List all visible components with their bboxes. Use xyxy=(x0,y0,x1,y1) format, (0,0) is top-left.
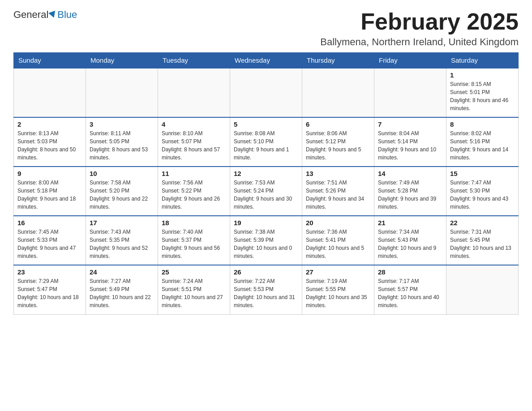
day-info: Sunrise: 8:13 AMSunset: 5:03 PMDaylight:… xyxy=(17,129,82,162)
day-info: Sunrise: 7:17 AMSunset: 5:57 PMDaylight:… xyxy=(378,277,442,309)
calendar-cell xyxy=(86,68,158,117)
day-info: Sunrise: 7:40 AMSunset: 5:37 PMDaylight:… xyxy=(162,228,226,260)
weekday-header-row: SundayMondayTuesdayWednesdayThursdayFrid… xyxy=(14,53,519,68)
day-info: Sunrise: 7:36 AMSunset: 5:41 PMDaylight:… xyxy=(306,228,370,260)
calendar: SundayMondayTuesdayWednesdayThursdayFrid… xyxy=(13,52,519,315)
weekday-header-wednesday: Wednesday xyxy=(230,53,302,68)
logo: General Blue xyxy=(13,9,77,21)
calendar-cell: 3Sunrise: 8:11 AMSunset: 5:05 PMDaylight… xyxy=(86,117,158,167)
calendar-cell: 2Sunrise: 8:13 AMSunset: 5:03 PMDaylight… xyxy=(14,117,86,167)
logo-triangle-icon xyxy=(48,11,57,19)
calendar-cell: 20Sunrise: 7:36 AMSunset: 5:41 PMDayligh… xyxy=(302,216,374,265)
calendar-cell: 18Sunrise: 7:40 AMSunset: 5:37 PMDayligh… xyxy=(158,216,230,265)
weekday-header-monday: Monday xyxy=(86,53,158,68)
calendar-cell: 4Sunrise: 8:10 AMSunset: 5:07 PMDaylight… xyxy=(158,117,230,167)
month-title: February 2025 xyxy=(320,9,519,34)
day-number: 1 xyxy=(450,71,515,79)
day-number: 11 xyxy=(162,170,226,177)
calendar-cell: 23Sunrise: 7:29 AMSunset: 5:47 PMDayligh… xyxy=(14,265,86,314)
calendar-cell xyxy=(302,68,374,117)
day-info: Sunrise: 7:43 AMSunset: 5:35 PMDaylight:… xyxy=(90,228,154,260)
calendar-cell: 25Sunrise: 7:24 AMSunset: 5:51 PMDayligh… xyxy=(158,265,230,314)
day-number: 19 xyxy=(234,219,298,227)
day-info: Sunrise: 7:27 AMSunset: 5:49 PMDaylight:… xyxy=(90,277,154,309)
day-info: Sunrise: 7:22 AMSunset: 5:53 PMDaylight:… xyxy=(234,277,298,309)
day-info: Sunrise: 7:24 AMSunset: 5:51 PMDaylight:… xyxy=(162,277,226,309)
logo-general-text: General xyxy=(13,9,48,21)
calendar-body: 1Sunrise: 8:15 AMSunset: 5:01 PMDaylight… xyxy=(14,68,519,314)
weekday-header-thursday: Thursday xyxy=(302,53,374,68)
calendar-cell: 5Sunrise: 8:08 AMSunset: 5:10 PMDaylight… xyxy=(230,117,302,167)
weekday-header-tuesday: Tuesday xyxy=(158,53,230,68)
calendar-week-row: 9Sunrise: 8:00 AMSunset: 5:18 PMDaylight… xyxy=(14,167,519,216)
calendar-cell: 14Sunrise: 7:49 AMSunset: 5:28 PMDayligh… xyxy=(374,167,446,216)
day-number: 3 xyxy=(90,120,154,128)
day-info: Sunrise: 8:02 AMSunset: 5:16 PMDaylight:… xyxy=(450,129,515,162)
day-number: 27 xyxy=(306,268,370,276)
day-number: 13 xyxy=(306,170,370,177)
calendar-cell xyxy=(158,68,230,117)
day-number: 23 xyxy=(17,268,82,276)
day-info: Sunrise: 7:29 AMSunset: 5:47 PMDaylight:… xyxy=(17,277,82,309)
calendar-cell xyxy=(446,265,519,314)
day-number: 17 xyxy=(90,219,154,227)
day-number: 6 xyxy=(306,120,370,128)
calendar-cell: 1Sunrise: 8:15 AMSunset: 5:01 PMDaylight… xyxy=(446,68,519,117)
day-number: 22 xyxy=(450,219,515,227)
calendar-cell: 17Sunrise: 7:43 AMSunset: 5:35 PMDayligh… xyxy=(86,216,158,265)
day-info: Sunrise: 7:53 AMSunset: 5:24 PMDaylight:… xyxy=(234,179,298,211)
day-number: 5 xyxy=(234,120,298,128)
weekday-header-sunday: Sunday xyxy=(14,53,86,68)
calendar-cell: 28Sunrise: 7:17 AMSunset: 5:57 PMDayligh… xyxy=(374,265,446,314)
day-info: Sunrise: 7:38 AMSunset: 5:39 PMDaylight:… xyxy=(234,228,298,260)
day-number: 8 xyxy=(450,120,515,128)
day-number: 12 xyxy=(234,170,298,177)
calendar-cell: 26Sunrise: 7:22 AMSunset: 5:53 PMDayligh… xyxy=(230,265,302,314)
day-number: 24 xyxy=(90,268,154,276)
day-number: 9 xyxy=(17,170,82,177)
day-number: 18 xyxy=(162,219,226,227)
calendar-cell: 21Sunrise: 7:34 AMSunset: 5:43 PMDayligh… xyxy=(374,216,446,265)
day-info: Sunrise: 7:58 AMSunset: 5:20 PMDaylight:… xyxy=(90,179,154,211)
day-number: 20 xyxy=(306,219,370,227)
calendar-week-row: 23Sunrise: 7:29 AMSunset: 5:47 PMDayligh… xyxy=(14,265,519,314)
day-info: Sunrise: 8:11 AMSunset: 5:05 PMDaylight:… xyxy=(90,129,154,162)
day-number: 16 xyxy=(17,219,82,227)
day-info: Sunrise: 8:06 AMSunset: 5:12 PMDaylight:… xyxy=(306,129,370,162)
calendar-week-row: 1Sunrise: 8:15 AMSunset: 5:01 PMDaylight… xyxy=(14,68,519,117)
day-info: Sunrise: 8:10 AMSunset: 5:07 PMDaylight:… xyxy=(162,129,226,162)
day-number: 14 xyxy=(378,170,442,177)
header: General Blue February 2025 Ballymena, No… xyxy=(13,9,519,48)
day-number: 26 xyxy=(234,268,298,276)
day-info: Sunrise: 7:49 AMSunset: 5:28 PMDaylight:… xyxy=(378,179,442,211)
day-number: 21 xyxy=(378,219,442,227)
day-info: Sunrise: 7:47 AMSunset: 5:30 PMDaylight:… xyxy=(450,179,515,211)
title-area: February 2025 Ballymena, Northern Irelan… xyxy=(320,9,519,48)
calendar-cell: 24Sunrise: 7:27 AMSunset: 5:49 PMDayligh… xyxy=(86,265,158,314)
day-info: Sunrise: 8:15 AMSunset: 5:01 PMDaylight:… xyxy=(450,80,515,112)
calendar-cell: 7Sunrise: 8:04 AMSunset: 5:14 PMDaylight… xyxy=(374,117,446,167)
day-info: Sunrise: 7:31 AMSunset: 5:45 PMDaylight:… xyxy=(450,228,515,260)
calendar-week-row: 16Sunrise: 7:45 AMSunset: 5:33 PMDayligh… xyxy=(14,216,519,265)
day-info: Sunrise: 8:04 AMSunset: 5:14 PMDaylight:… xyxy=(378,129,442,162)
day-number: 10 xyxy=(90,170,154,177)
day-number: 7 xyxy=(378,120,442,128)
calendar-header: SundayMondayTuesdayWednesdayThursdayFrid… xyxy=(14,53,519,68)
day-info: Sunrise: 8:00 AMSunset: 5:18 PMDaylight:… xyxy=(17,179,82,211)
weekday-header-friday: Friday xyxy=(374,53,446,68)
calendar-cell: 9Sunrise: 8:00 AMSunset: 5:18 PMDaylight… xyxy=(14,167,86,216)
calendar-cell: 19Sunrise: 7:38 AMSunset: 5:39 PMDayligh… xyxy=(230,216,302,265)
day-number: 25 xyxy=(162,268,226,276)
calendar-cell: 15Sunrise: 7:47 AMSunset: 5:30 PMDayligh… xyxy=(446,167,519,216)
calendar-week-row: 2Sunrise: 8:13 AMSunset: 5:03 PMDaylight… xyxy=(14,117,519,167)
day-number: 15 xyxy=(450,170,515,177)
weekday-header-saturday: Saturday xyxy=(446,53,519,68)
day-info: Sunrise: 7:34 AMSunset: 5:43 PMDaylight:… xyxy=(378,228,442,260)
logo-blue-text: Blue xyxy=(57,9,77,21)
calendar-cell xyxy=(374,68,446,117)
day-info: Sunrise: 7:56 AMSunset: 5:22 PMDaylight:… xyxy=(162,179,226,211)
calendar-cell: 11Sunrise: 7:56 AMSunset: 5:22 PMDayligh… xyxy=(158,167,230,216)
calendar-cell: 16Sunrise: 7:45 AMSunset: 5:33 PMDayligh… xyxy=(14,216,86,265)
day-info: Sunrise: 7:45 AMSunset: 5:33 PMDaylight:… xyxy=(17,228,82,260)
calendar-cell xyxy=(14,68,86,117)
